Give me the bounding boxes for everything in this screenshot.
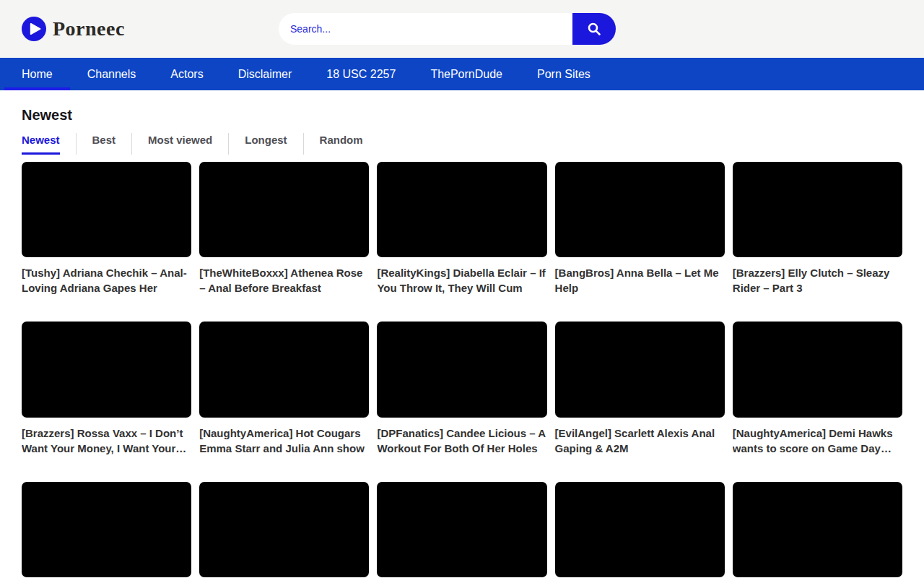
video-card[interactable]: [BangBros] Anna Bella – Let Me Help [555,162,725,296]
nav-item-disclaimer[interactable]: Disclaimer [221,58,310,90]
video-card[interactable]: [TheWhiteBoxxx] Athenea Rose – Anal Befo… [199,162,369,296]
tab-most-viewed[interactable]: Most viewed [131,133,228,155]
search-button[interactable] [572,13,616,45]
video-card[interactable] [733,482,902,578]
nav-item-actors[interactable]: Actors [153,58,220,90]
site-logo[interactable]: Porneec [22,0,125,58]
video-thumbnail[interactable] [377,482,546,577]
play-icon [22,17,46,41]
video-thumbnail[interactable] [377,162,546,257]
video-thumbnail[interactable] [22,162,191,257]
video-card[interactable]: [NaughtyAmerica] Demi Hawks wants to sco… [733,322,902,455]
video-thumbnail[interactable] [199,482,369,577]
video-title[interactable]: [BangBros] Anna Bella – Let Me Help [555,265,725,296]
video-thumbnail[interactable] [733,322,902,417]
video-card[interactable]: [Tushy] Adriana Chechik – Anal-Loving Ad… [22,162,191,296]
main-content: Newest Newest Best Most viewed Longest R… [0,107,924,578]
video-thumbnail[interactable] [555,162,725,257]
video-thumbnail[interactable] [377,322,546,417]
video-thumbnail[interactable] [199,322,369,417]
video-title[interactable]: [TheWhiteBoxxx] Athenea Rose – Anal Befo… [199,265,369,296]
video-card[interactable]: [EvilAngel] Scarlett Alexis Anal Gaping … [555,322,725,455]
tab-longest[interactable]: Longest [228,133,302,155]
sort-tabs: Newest Best Most viewed Longest Random [22,133,902,155]
video-card[interactable]: [Brazzers] Elly Clutch – Sleazy Rider – … [733,162,902,296]
video-title[interactable]: [EvilAngel] Scarlett Alexis Anal Gaping … [555,426,725,456]
nav-item-theporndude[interactable]: ThePornDude [413,58,520,90]
page-title: Newest [22,107,902,124]
nav-item-porn-sites[interactable]: Porn Sites [520,58,608,90]
video-title[interactable]: [RealityKings] Diabella Eclair – If You … [377,265,546,296]
video-thumbnail[interactable] [733,482,902,577]
brand-name: Porneec [53,17,125,40]
tab-newest[interactable]: Newest [22,133,76,155]
video-card[interactable] [377,482,546,578]
search-form [279,13,616,45]
video-card[interactable]: [NaughtyAmerica] Hot Cougars Emma Starr … [199,322,369,455]
video-card[interactable]: [Brazzers] Rossa Vaxx – I Don’t Want You… [22,322,191,455]
video-card[interactable]: [DPFanatics] Candee Licious – A Workout … [377,322,546,455]
video-grid: [Tushy] Adriana Chechik – Anal-Loving Ad… [22,162,902,578]
video-thumbnail[interactable] [22,322,191,417]
video-card[interactable] [555,482,725,578]
video-card[interactable]: [RealityKings] Diabella Eclair – If You … [377,162,546,296]
video-thumbnail[interactable] [555,322,725,417]
video-title[interactable]: [Brazzers] Elly Clutch – Sleazy Rider – … [733,265,902,296]
tab-best[interactable]: Best [76,133,132,155]
search-icon [586,21,602,37]
nav-item-channels[interactable]: Channels [70,58,154,90]
video-thumbnail[interactable] [199,162,369,257]
video-title[interactable]: [NaughtyAmerica] Hot Cougars Emma Starr … [199,426,369,456]
video-title[interactable]: [Tushy] Adriana Chechik – Anal-Loving Ad… [22,265,191,296]
nav-item-home[interactable]: Home [4,58,70,90]
video-title[interactable]: [DPFanatics] Candee Licious – A Workout … [377,426,546,456]
video-title[interactable]: [NaughtyAmerica] Demi Hawks wants to sco… [733,426,902,456]
video-title[interactable]: [Brazzers] Rossa Vaxx – I Don’t Want You… [22,426,191,456]
video-thumbnail[interactable] [555,482,725,577]
video-card[interactable] [22,482,191,578]
tab-random[interactable]: Random [303,133,379,155]
video-thumbnail[interactable] [22,482,191,577]
video-card[interactable] [199,482,369,578]
site-header: Porneec [0,0,924,58]
video-thumbnail[interactable] [733,162,902,257]
nav-item-18-usc-2257[interactable]: 18 USC 2257 [309,58,413,90]
search-input[interactable] [279,13,572,45]
main-nav: Home Channels Actors Disclaimer 18 USC 2… [0,58,924,90]
